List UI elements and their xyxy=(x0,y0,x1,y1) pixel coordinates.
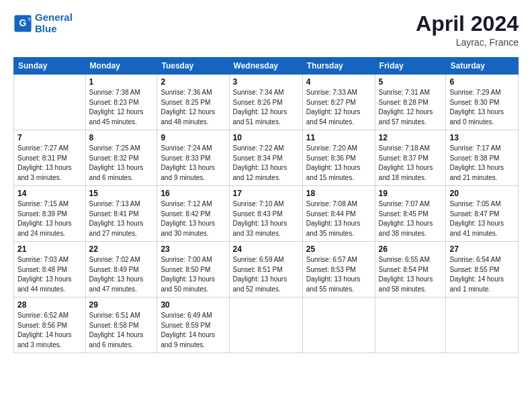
day-number: 1 xyxy=(89,77,154,87)
day-cell: 9Sunrise: 7:24 AMSunset: 8:33 PMDaylight… xyxy=(157,130,229,186)
header-monday: Monday xyxy=(85,58,157,75)
location: Layrac, France xyxy=(416,37,519,48)
week-row-3: 14Sunrise: 7:15 AMSunset: 8:39 PMDayligh… xyxy=(14,186,519,242)
calendar-table: Sunday Monday Tuesday Wednesday Thursday… xyxy=(13,57,519,353)
day-info: Sunrise: 7:10 AMSunset: 8:43 PMDaylight:… xyxy=(233,199,299,238)
day-number: 29 xyxy=(89,300,154,310)
logo-text: General Blue xyxy=(35,12,73,34)
day-cell: 15Sunrise: 7:13 AMSunset: 8:41 PMDayligh… xyxy=(85,186,157,242)
day-number: 27 xyxy=(449,244,515,254)
day-cell: 12Sunrise: 7:18 AMSunset: 8:37 PMDayligh… xyxy=(375,130,446,186)
day-info: Sunrise: 7:15 AMSunset: 8:39 PMDaylight:… xyxy=(17,199,82,238)
day-cell: 14Sunrise: 7:15 AMSunset: 8:39 PMDayligh… xyxy=(14,186,86,242)
day-number: 2 xyxy=(161,77,225,87)
day-cell: 11Sunrise: 7:20 AMSunset: 8:36 PMDayligh… xyxy=(302,130,375,186)
day-cell: 30Sunrise: 6:49 AMSunset: 8:59 PMDayligh… xyxy=(157,298,229,353)
day-cell xyxy=(375,298,446,353)
day-info: Sunrise: 7:38 AMSunset: 8:23 PMDaylight:… xyxy=(89,88,154,127)
day-cell: 27Sunrise: 6:54 AMSunset: 8:55 PMDayligh… xyxy=(446,242,519,298)
day-number: 28 xyxy=(17,300,82,310)
page: G General Blue April 2024 Layrac, France… xyxy=(0,0,532,411)
header-sunday: Sunday xyxy=(14,58,86,75)
day-cell: 29Sunrise: 6:51 AMSunset: 8:58 PMDayligh… xyxy=(85,298,157,353)
week-row-1: 1Sunrise: 7:38 AMSunset: 8:23 PMDaylight… xyxy=(14,75,519,130)
day-info: Sunrise: 7:25 AMSunset: 8:32 PMDaylight:… xyxy=(89,144,154,183)
header-thursday: Thursday xyxy=(302,58,375,75)
day-info: Sunrise: 7:02 AMSunset: 8:49 PMDaylight:… xyxy=(89,255,154,294)
day-number: 16 xyxy=(161,189,225,198)
day-info: Sunrise: 7:12 AMSunset: 8:42 PMDaylight:… xyxy=(161,199,225,238)
day-info: Sunrise: 7:03 AMSunset: 8:48 PMDaylight:… xyxy=(17,255,82,294)
day-number: 4 xyxy=(306,77,371,87)
day-number: 15 xyxy=(89,189,154,198)
day-cell: 26Sunrise: 6:55 AMSunset: 8:54 PMDayligh… xyxy=(375,242,446,298)
day-info: Sunrise: 6:54 AMSunset: 8:55 PMDaylight:… xyxy=(449,255,515,294)
week-row-4: 21Sunrise: 7:03 AMSunset: 8:48 PMDayligh… xyxy=(14,242,519,298)
day-number: 9 xyxy=(161,133,225,142)
day-info: Sunrise: 7:17 AMSunset: 8:38 PMDaylight:… xyxy=(449,144,515,183)
day-number: 25 xyxy=(306,244,371,254)
day-info: Sunrise: 7:31 AMSunset: 8:28 PMDaylight:… xyxy=(379,88,443,127)
day-info: Sunrise: 7:29 AMSunset: 8:30 PMDaylight:… xyxy=(449,88,515,127)
day-number: 30 xyxy=(161,300,225,310)
day-number: 7 xyxy=(17,133,82,142)
week-row-2: 7Sunrise: 7:27 AMSunset: 8:31 PMDaylight… xyxy=(14,130,519,186)
day-number: 8 xyxy=(89,133,154,142)
day-number: 14 xyxy=(17,189,82,198)
day-cell: 19Sunrise: 7:07 AMSunset: 8:45 PMDayligh… xyxy=(375,186,446,242)
day-number: 26 xyxy=(379,244,443,254)
day-number: 10 xyxy=(233,133,299,142)
day-info: Sunrise: 7:18 AMSunset: 8:37 PMDaylight:… xyxy=(379,144,443,183)
day-info: Sunrise: 7:33 AMSunset: 8:27 PMDaylight:… xyxy=(306,88,371,127)
day-cell xyxy=(446,298,519,353)
day-number: 24 xyxy=(233,244,299,254)
day-number: 18 xyxy=(306,189,371,198)
day-info: Sunrise: 6:55 AMSunset: 8:54 PMDaylight:… xyxy=(379,255,443,294)
day-cell xyxy=(14,75,86,130)
day-cell: 8Sunrise: 7:25 AMSunset: 8:32 PMDaylight… xyxy=(85,130,157,186)
month-title: April 2024 xyxy=(416,12,519,36)
day-info: Sunrise: 7:13 AMSunset: 8:41 PMDaylight:… xyxy=(89,199,154,238)
day-number: 17 xyxy=(233,189,299,198)
day-number: 21 xyxy=(17,244,82,254)
day-number: 23 xyxy=(161,244,225,254)
day-number: 20 xyxy=(449,189,515,198)
day-cell: 7Sunrise: 7:27 AMSunset: 8:31 PMDaylight… xyxy=(14,130,86,186)
day-info: Sunrise: 6:52 AMSunset: 8:56 PMDaylight:… xyxy=(17,311,82,350)
day-cell: 25Sunrise: 6:57 AMSunset: 8:53 PMDayligh… xyxy=(302,242,375,298)
day-cell: 18Sunrise: 7:08 AMSunset: 8:44 PMDayligh… xyxy=(302,186,375,242)
day-cell: 3Sunrise: 7:34 AMSunset: 8:26 PMDaylight… xyxy=(229,75,302,130)
day-info: Sunrise: 7:36 AMSunset: 8:25 PMDaylight:… xyxy=(161,88,225,127)
day-number: 22 xyxy=(89,244,154,254)
day-cell: 17Sunrise: 7:10 AMSunset: 8:43 PMDayligh… xyxy=(229,186,302,242)
day-cell: 13Sunrise: 7:17 AMSunset: 8:38 PMDayligh… xyxy=(446,130,519,186)
svg-text:G: G xyxy=(19,17,27,28)
day-info: Sunrise: 7:27 AMSunset: 8:31 PMDaylight:… xyxy=(17,144,82,183)
day-number: 11 xyxy=(306,133,371,142)
header: G General Blue April 2024 Layrac, France xyxy=(13,12,519,48)
header-saturday: Saturday xyxy=(446,58,519,75)
logo-icon: G xyxy=(13,14,32,33)
header-tuesday: Tuesday xyxy=(157,58,229,75)
day-info: Sunrise: 7:20 AMSunset: 8:36 PMDaylight:… xyxy=(306,144,371,183)
calendar-header-row: Sunday Monday Tuesday Wednesday Thursday… xyxy=(14,58,519,75)
day-info: Sunrise: 7:24 AMSunset: 8:33 PMDaylight:… xyxy=(161,144,225,183)
day-info: Sunrise: 7:05 AMSunset: 8:47 PMDaylight:… xyxy=(449,199,515,238)
title-area: April 2024 Layrac, France xyxy=(416,12,519,48)
day-cell: 24Sunrise: 6:59 AMSunset: 8:51 PMDayligh… xyxy=(229,242,302,298)
header-wednesday: Wednesday xyxy=(229,58,302,75)
day-cell: 16Sunrise: 7:12 AMSunset: 8:42 PMDayligh… xyxy=(157,186,229,242)
day-cell: 21Sunrise: 7:03 AMSunset: 8:48 PMDayligh… xyxy=(14,242,86,298)
logo-line2: Blue xyxy=(35,24,73,35)
day-cell: 1Sunrise: 7:38 AMSunset: 8:23 PMDaylight… xyxy=(85,75,157,130)
week-row-5: 28Sunrise: 6:52 AMSunset: 8:56 PMDayligh… xyxy=(14,298,519,353)
day-cell xyxy=(302,298,375,353)
day-info: Sunrise: 7:34 AMSunset: 8:26 PMDaylight:… xyxy=(233,88,299,127)
day-cell: 6Sunrise: 7:29 AMSunset: 8:30 PMDaylight… xyxy=(446,75,519,130)
day-info: Sunrise: 7:08 AMSunset: 8:44 PMDaylight:… xyxy=(306,199,371,238)
day-cell: 28Sunrise: 6:52 AMSunset: 8:56 PMDayligh… xyxy=(14,298,86,353)
day-number: 6 xyxy=(449,77,515,87)
day-info: Sunrise: 7:07 AMSunset: 8:45 PMDaylight:… xyxy=(379,199,443,238)
day-number: 13 xyxy=(449,133,515,142)
header-friday: Friday xyxy=(375,58,446,75)
